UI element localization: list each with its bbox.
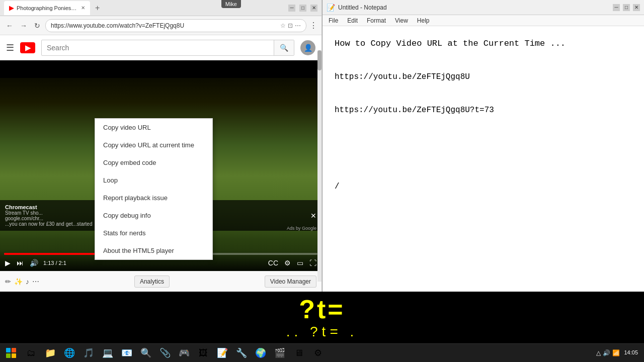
more-icon[interactable]: ⋯	[295, 22, 301, 29]
notepad-menubar: File Edit Format View Help	[323, 15, 644, 26]
search-box[interactable]: 🔍	[41, 40, 294, 56]
minimize-button[interactable]: ─	[288, 5, 295, 12]
notepad-url2: https://youtu.be/ZeFTEjQgq8U?t=73	[335, 103, 632, 118]
tray-icon-3: 📶	[612, 349, 620, 356]
taskbar-app-5[interactable]: 💻	[99, 344, 117, 362]
user-avatar[interactable]: 👤	[300, 40, 315, 55]
star-icon[interactable]: ☆	[280, 22, 286, 29]
notepad-titlebar: 📝 Untitled - Notepad ─ □ ✕	[323, 0, 644, 15]
menu-edit[interactable]: Edit	[343, 16, 362, 25]
user-badge: Mike	[221, 0, 241, 8]
menu-format[interactable]: Format	[363, 16, 390, 25]
notepad-minimize-button[interactable]: ─	[613, 4, 620, 11]
video-black-bar	[0, 60, 321, 78]
controls-right: CC ⚙ ▭ ⛶	[267, 258, 317, 268]
context-menu-copy-url-current-time[interactable]: Copy video URL at current time	[95, 136, 212, 154]
taskbar-app-12[interactable]: 🔧	[232, 344, 251, 362]
notepad-close-button[interactable]: ✕	[633, 4, 640, 11]
menu-help[interactable]: Help	[413, 16, 434, 25]
back-button[interactable]: ←	[4, 21, 15, 31]
youtube-header: ☰ ▶ 🔍 👤	[0, 35, 321, 60]
context-menu-loop[interactable]: Loop	[95, 171, 212, 189]
annotation-text-line1: ?t=	[286, 295, 358, 324]
context-menu: Copy video URL Copy video URL at current…	[95, 118, 213, 260]
taskbar-app-4[interactable]: 🎵	[79, 344, 98, 362]
taskbar-app-13[interactable]: 🌍	[252, 344, 270, 362]
hamburger-menu-icon[interactable]: ☰	[6, 42, 14, 53]
address-bar[interactable]: https://www.youtube.com/watch?v=ZeFTEjQg…	[45, 19, 306, 32]
notepad-url1: https://youtu.be/ZeFTEjQgq8U	[335, 70, 632, 84]
forward-button[interactable]: →	[18, 21, 29, 31]
context-menu-report-playback[interactable]: Report playback issue	[95, 189, 212, 207]
youtube-logo[interactable]: ▶	[20, 42, 35, 53]
taskbar-app-15[interactable]: 🖥	[290, 344, 308, 362]
browser-window: ▶ Photographing Ponies fr... ✕ + Mike ─ …	[0, 0, 322, 292]
close-button[interactable]: ✕	[310, 5, 317, 12]
browser-addressbar: ← → ↻ https://www.youtube.com/watch?v=Ze…	[0, 16, 321, 35]
context-menu-copy-debug[interactable]: Copy debug info	[95, 207, 212, 224]
video-container: Copy video URL Copy video URL at current…	[0, 60, 321, 271]
taskbar-app-16[interactable]: ⚙	[309, 344, 327, 362]
maximize-button[interactable]: □	[299, 5, 306, 12]
notepad-heading: How to Copy Video URL at the Current Tim…	[335, 36, 632, 52]
refresh-button[interactable]: ↻	[32, 21, 42, 31]
subtitles-button[interactable]: CC	[267, 258, 279, 268]
context-menu-copy-video-url[interactable]: Copy video URL	[95, 119, 212, 136]
search-input[interactable]	[42, 44, 274, 52]
analytics-button[interactable]: Analytics	[134, 276, 170, 288]
menu-file[interactable]: File	[325, 16, 342, 25]
time-display: 1:13 / 2:1	[43, 260, 66, 266]
scrollbar[interactable]	[317, 50, 321, 282]
ad-close-button[interactable]: ✕	[310, 212, 316, 220]
search-button[interactable]: 🔍	[274, 40, 294, 56]
theater-button[interactable]: ▭	[296, 258, 304, 268]
volume-button[interactable]: 🔊	[29, 258, 39, 268]
ads-by-google-label: Ads by Google	[287, 226, 316, 231]
taskbar-app-3[interactable]: 🌐	[60, 344, 78, 362]
youtube-favicon-icon: ▶	[9, 5, 14, 12]
notepad-slash: /	[335, 182, 340, 191]
taskbar-app-6[interactable]: 📧	[118, 344, 136, 362]
music-icon[interactable]: ♪	[26, 276, 29, 288]
taskbar-app-2[interactable]: 📁	[41, 344, 59, 362]
browser-menu-button[interactable]: ⋮	[309, 21, 317, 30]
taskbar-app-8[interactable]: 📎	[156, 344, 174, 362]
start-button[interactable]	[2, 344, 20, 362]
taskbar-app-7[interactable]: 🔍	[137, 344, 155, 362]
system-tray: △ 🔊 📶	[596, 349, 620, 356]
video-manager-button[interactable]: Video Manager	[265, 276, 316, 288]
notepad-window: 📝 Untitled - Notepad ─ □ ✕ File Edit For…	[322, 0, 644, 292]
notepad-icon: 📝	[327, 4, 335, 12]
edit-icon[interactable]: ✏	[5, 276, 11, 288]
browser-tab[interactable]: ▶ Photographing Ponies fr... ✕	[4, 1, 90, 15]
skip-button[interactable]: ⏭	[16, 258, 25, 268]
magic-icon[interactable]: ✨	[14, 276, 23, 288]
menu-view[interactable]: View	[391, 16, 412, 25]
fullscreen-button[interactable]: ⛶	[308, 258, 317, 268]
context-menu-html5-player[interactable]: About the HTML5 player	[95, 242, 212, 259]
taskbar-apps: 🗂 📁 🌐 🎵 💻 📧 🔍 📎 🎮 🖼 📝 🔧 🌍 🎬 🖥 ⚙	[22, 344, 327, 362]
notepad-maximize-button[interactable]: □	[623, 4, 630, 11]
taskbar-time: 14:05	[624, 349, 638, 356]
taskbar-app-10[interactable]: 🖼	[194, 344, 212, 362]
settings-button[interactable]: ⚙	[283, 258, 292, 268]
browser-titlebar: ▶ Photographing Ponies fr... ✕ + Mike ─ …	[0, 0, 321, 16]
notepad-content: How to Copy Video URL at the Current Tim…	[323, 26, 644, 292]
cast-icon[interactable]: ⊡	[288, 22, 293, 29]
taskbar-app-14[interactable]: 🎬	[271, 344, 289, 362]
taskbar-right: △ 🔊 📶 14:05	[596, 349, 642, 356]
taskbar-clock: 14:05	[624, 349, 638, 356]
more-options-icon[interactable]: ⋯	[32, 276, 39, 288]
play-button[interactable]: ▶	[4, 258, 12, 268]
tab-close-button[interactable]: ✕	[81, 5, 85, 11]
tab-title: Photographing Ponies fr...	[17, 5, 77, 11]
notepad-window-controls: ─ □ ✕	[613, 4, 640, 11]
taskbar-app-1[interactable]: 🗂	[22, 344, 40, 362]
context-menu-copy-embed-code[interactable]: Copy embed code	[95, 154, 212, 171]
context-menu-stats-nerds[interactable]: Stats for nerds	[95, 224, 212, 242]
taskbar: 🗂 📁 🌐 🎵 💻 📧 🔍 📎 🎮 🖼 📝 🔧 🌍 🎬 🖥 ⚙ △ 🔊 📶 14…	[0, 343, 644, 362]
scrollbar-thumb[interactable]	[317, 50, 321, 70]
taskbar-app-9[interactable]: 🎮	[175, 344, 193, 362]
taskbar-app-11[interactable]: 📝	[213, 344, 231, 362]
new-tab-button[interactable]: +	[93, 4, 102, 13]
